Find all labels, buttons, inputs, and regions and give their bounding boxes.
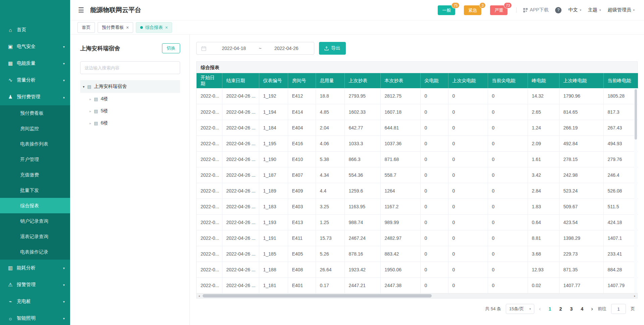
prev-page-button[interactable]: ‹	[539, 306, 541, 312]
table-cell: 2022-0...	[197, 246, 222, 262]
table-cell: 26.64	[316, 262, 344, 277]
next-page-button[interactable]: ›	[591, 306, 593, 312]
table-cell: 2.04	[316, 120, 344, 136]
table-cell: 1_184	[259, 120, 288, 136]
table-cell: 1_195	[259, 136, 288, 151]
column-header: 结束日期	[222, 73, 259, 88]
table-cell: 0	[488, 167, 528, 183]
table-cell: 1_188	[259, 262, 288, 277]
goto-page-input[interactable]	[611, 304, 626, 314]
table-cell: 1163.95	[344, 199, 380, 214]
alarm-urgent-button[interactable]: 紧急3	[464, 5, 481, 15]
sidebar-item-smart-lighting[interactable]: ☼智能照明▾	[0, 310, 70, 325]
tab-prepaid-board[interactable]: 预付费看板×	[98, 22, 133, 33]
table-cell: 1264	[380, 183, 420, 199]
sidebar-item-power-quality[interactable]: ▦电能质量▾	[0, 55, 70, 72]
tree-node-root[interactable]: ▾ ▤ 上海安科瑞宿舍	[80, 80, 180, 93]
table-cell: E401	[288, 277, 316, 293]
table-cell: 2022-0...	[197, 199, 222, 214]
chevron-down-icon: ▾	[63, 266, 65, 270]
menu-collapse-icon[interactable]: ☰	[78, 6, 84, 14]
caret-down-icon: ▾	[83, 85, 85, 89]
lighting-icon: ☼	[7, 316, 13, 321]
table-cell: 0	[420, 214, 448, 230]
table-cell: 1398.29	[559, 230, 603, 246]
tab-home[interactable]: 首页	[77, 22, 95, 33]
alarm-normal-button[interactable]: 一般75	[438, 5, 455, 15]
table-cell: 3.68	[528, 246, 559, 262]
page-button-4[interactable]: 4	[578, 304, 586, 314]
sidebar-item-alarm-management[interactable]: ⚠报警管理▾	[0, 276, 70, 293]
table-row: 2022-0...2022-04-26 ...1_193E4131.25988.…	[197, 214, 638, 230]
table-cell: 494.93	[603, 136, 638, 151]
table-cell: 2022-0...	[197, 214, 222, 230]
export-button[interactable]: 导出	[319, 42, 346, 55]
table-cell: E410	[288, 151, 316, 167]
page-button-2[interactable]: 2	[556, 304, 565, 314]
alarm-severe-button[interactable]: 严重73	[490, 5, 507, 15]
sidebar-item-demand-analysis[interactable]: ∿需量分析▾	[0, 72, 70, 89]
tree-node[interactable]: ▸▤5楼	[80, 105, 180, 117]
alarm-label: 严重	[494, 8, 503, 13]
tree-node[interactable]: ▸▤4楼	[80, 93, 180, 105]
app-root: ⌂首页▣电气安全▾▦电能质量▾∿需量分析▾♟预付费管理▴预付费看板房间监控电表操…	[0, 0, 644, 325]
close-icon[interactable]: ×	[126, 25, 129, 30]
user-menu[interactable]: 超级管理员 ▾	[607, 7, 635, 13]
sidebar-item-prepaid-management[interactable]: ♟预付费管理▴	[0, 89, 70, 105]
table-cell: 866.3	[344, 151, 380, 167]
sidebar-subitem[interactable]: 预付费看板	[0, 105, 70, 121]
horizontal-scrollbar[interactable]: ◂ ▸	[197, 293, 637, 298]
sidebar-subitem[interactable]: 充值缴费	[0, 167, 70, 182]
table-cell: 2793.95	[344, 88, 380, 104]
tree-node[interactable]: ▸▤6楼	[80, 117, 180, 129]
sidebar-subitem[interactable]: 电表操作记录	[0, 244, 70, 260]
tab-label: 首页	[82, 24, 91, 31]
table-cell: E414	[288, 104, 316, 120]
theme-select[interactable]: 主题 ▾	[588, 7, 601, 13]
sidebar-item-charging-pile[interactable]: ⌁充电桩▾	[0, 293, 70, 310]
date-range-picker[interactable]: 2022-04-18 ~ 2022-04-26	[196, 42, 314, 55]
scroll-right-arrow-icon[interactable]: ▸	[632, 293, 637, 299]
table-cell: 1167.2	[380, 199, 420, 214]
table-cell: 558.7	[380, 167, 420, 183]
close-icon[interactable]: ×	[165, 25, 168, 30]
content: 上海安科瑞宿舍 切换 ▾ ▤ 上海安科瑞宿舍 ▸▤4楼▸▤5楼▸▤6楼	[70, 35, 644, 325]
page-button-1[interactable]: 1	[545, 304, 554, 314]
chevron-down-icon: ▾	[63, 45, 65, 49]
sidebar-subitem[interactable]: 综合报表	[0, 198, 70, 213]
page-size-select[interactable]: 15条/页 ▾	[506, 304, 534, 314]
sidebar-subitem[interactable]: 电表操作列表	[0, 136, 70, 152]
energy-analysis-icon: ▥	[7, 265, 13, 271]
scroll-left-arrow-icon[interactable]: ◂	[197, 293, 202, 299]
table-row: 2022-0...2022-04-26 ...1_190E4105.38866.…	[197, 151, 638, 167]
sidebar-subitem[interactable]: 退表记录查询	[0, 229, 70, 244]
language-select[interactable]: 中文 ▾	[568, 7, 581, 13]
table-cell: 0	[448, 262, 488, 277]
table-cell: 2.84	[528, 183, 559, 199]
caret-right-icon: ▸	[90, 121, 91, 125]
sidebar-item-energy-analysis[interactable]: ▥能耗分析▾	[0, 260, 70, 276]
sidebar-item-electrical-safety[interactable]: ▣电气安全▾	[0, 38, 70, 55]
tab-report[interactable]: 综合报表×	[136, 22, 172, 33]
tree-search-input[interactable]	[80, 61, 180, 74]
table-cell: 0	[448, 151, 488, 167]
sidebar-subitem[interactable]: 房间监控	[0, 121, 70, 136]
page-button-3[interactable]: 3	[567, 304, 576, 314]
sidebar-subitem[interactable]: 开户管理	[0, 152, 70, 167]
vertical-scrollbar[interactable]	[634, 88, 637, 293]
table-cell: 0	[488, 262, 528, 277]
sidebar-subitem[interactable]: 销户记录查询	[0, 213, 70, 229]
table-cell: 1_183	[259, 199, 288, 214]
table-cell: 2022-04-26 ...	[222, 136, 259, 151]
vertical-scrollbar-thumb[interactable]	[635, 89, 637, 140]
help-icon[interactable]: ?	[555, 7, 561, 13]
alarm-count-badge: 3	[479, 2, 486, 8]
toolbar: 2022-04-18 ~ 2022-04-26 导出	[196, 42, 638, 55]
switch-building-button[interactable]: 切换	[162, 43, 180, 53]
sidebar-subitem[interactable]: 批量下发	[0, 182, 70, 198]
sidebar-item-home[interactable]: ⌂首页	[0, 21, 70, 38]
app-download-link[interactable]: APP下载	[523, 7, 548, 13]
horizontal-scrollbar-thumb[interactable]	[203, 294, 432, 297]
table-cell: 1790.96	[559, 88, 603, 104]
table-row: 2022-0...2022-04-26 ...1_189E4094.41259.…	[197, 183, 638, 199]
